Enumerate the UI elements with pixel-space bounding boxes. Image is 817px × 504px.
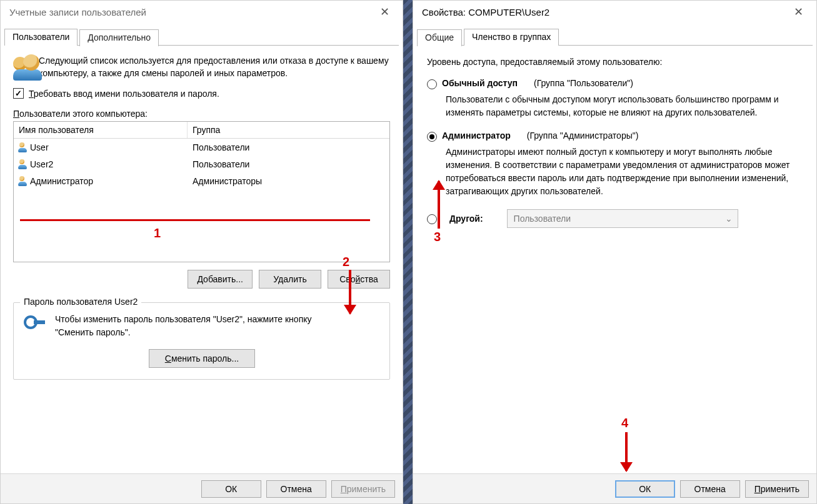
close-icon[interactable]: ✕ [785, 2, 811, 21]
require-login-checkbox[interactable] [13, 88, 24, 99]
dialog-buttons: ОК Отмена Применить [413, 473, 816, 503]
tab-users[interactable]: Пользователи [4, 29, 78, 46]
user-icon [18, 142, 28, 152]
password-hint: Чтобы изменить пароль пользователя "User… [55, 313, 349, 339]
cell-username: Администратор [30, 176, 93, 186]
key-icon [24, 313, 46, 335]
combo-value: Пользователи [514, 214, 571, 224]
user-properties-window: Свойства: COMPUTER\User2 ✕ Общие Членств… [413, 0, 817, 504]
radio-admin-label: Администратор [442, 131, 511, 141]
cancel-button[interactable]: Отмена [266, 480, 326, 498]
add-button[interactable]: Добавить... [188, 270, 253, 289]
list-item[interactable]: User Пользователи [14, 139, 389, 156]
cell-group: Пользователи [188, 142, 389, 152]
tab-membership[interactable]: Членство в группах [464, 29, 559, 46]
intro-text: Следующий список используется для предос… [39, 54, 390, 81]
cell-username: User [30, 142, 49, 152]
list-item[interactable]: Администратор Администраторы [14, 172, 389, 189]
tab-general[interactable]: Общие [417, 29, 462, 46]
radio-standard-label: Обычный доступ [442, 78, 518, 88]
user-icon [18, 159, 28, 169]
access-level-hint: Уровень доступа, предоставляемый этому п… [427, 57, 803, 67]
password-group-title: Пароль пользователя User2 [20, 297, 141, 307]
radio-other[interactable] [427, 214, 437, 224]
window-title: Учетные записи пользователей [9, 7, 146, 17]
window-divider [403, 0, 413, 504]
list-item[interactable]: User2 Пользователи [14, 156, 389, 172]
window-title: Свойства: COMPUTER\User2 [422, 7, 549, 17]
apply-button[interactable]: Применить [331, 480, 395, 498]
cell-group: Пользователи [188, 159, 389, 169]
other-group-combo[interactable]: Пользователи ⌄ [507, 209, 738, 228]
radio-admin-desc: Администраторы имеют полный доступ к ком… [446, 146, 796, 198]
require-login-label: Требовать ввод имени пользователя и паро… [29, 89, 219, 99]
users-icon [13, 54, 30, 81]
radio-admin[interactable] [427, 132, 437, 142]
remove-button[interactable]: Удалить [259, 270, 321, 289]
titlebar: Учетные записи пользователей ✕ [1, 1, 403, 23]
ok-button[interactable]: ОК [615, 480, 675, 498]
col-group[interactable]: Группа [188, 122, 389, 138]
change-password-button[interactable]: Сменить пароль... [149, 349, 255, 368]
radio-standard-note: (Группа "Пользователи") [534, 78, 633, 88]
ok-button[interactable]: ОК [201, 480, 261, 498]
tab-advanced[interactable]: Дополнительно [79, 29, 159, 46]
user-listview[interactable]: Имя пользователя Группа User Пользовател… [13, 121, 390, 262]
close-icon[interactable]: ✕ [371, 2, 398, 21]
col-username[interactable]: Имя пользователя [14, 122, 188, 138]
radio-standard-desc: Пользователи с обычным доступом могут ис… [446, 93, 796, 119]
apply-button[interactable]: Применить [745, 480, 809, 498]
user-list-label: Пользователи этого компьютера: [13, 109, 390, 119]
properties-button[interactable]: Свойства [328, 270, 390, 289]
listview-header: Имя пользователя Группа [14, 122, 389, 139]
radio-other-label: Другой: [449, 214, 483, 224]
tabstrip: Пользователи Дополнительно [4, 28, 399, 46]
cell-group: Администраторы [188, 176, 389, 186]
tabstrip: Общие Членство в группах [417, 28, 813, 46]
dialog-buttons: ОК Отмена Применить [1, 473, 403, 503]
user-icon [18, 176, 28, 186]
titlebar: Свойства: COMPUTER\User2 ✕ [413, 1, 816, 23]
cancel-button[interactable]: Отмена [680, 480, 740, 498]
radio-admin-note: (Группа "Администраторы") [527, 131, 639, 141]
user-accounts-window: Учетные записи пользователей ✕ Пользоват… [0, 0, 403, 504]
password-groupbox: Пароль пользователя User2 Чтобы изменить… [13, 302, 390, 380]
radio-standard[interactable] [427, 79, 437, 89]
cell-username: User2 [30, 159, 53, 169]
chevron-down-icon: ⌄ [725, 214, 733, 224]
